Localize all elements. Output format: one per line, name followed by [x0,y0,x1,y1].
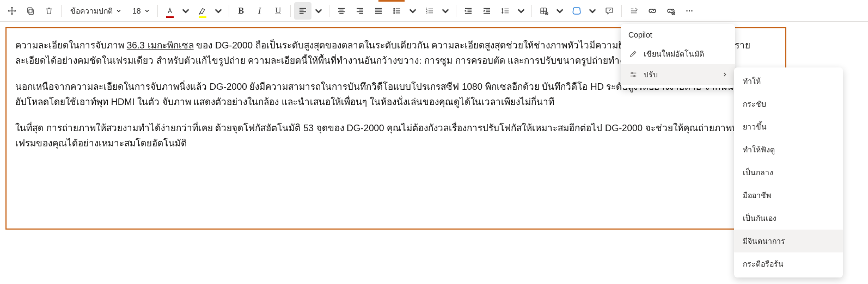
menu-item-rewrite[interactable]: เขียนใหม่อัตโนมัติ [621,44,735,64]
chevron-down-icon [441,6,450,16]
submenu-item-4[interactable]: เป็นกลาง [734,161,843,184]
font-color-more[interactable] [179,2,193,20]
separator [290,5,291,17]
text-run: ความละเอียดในการจับภาพ [15,40,127,51]
link-icon [647,6,657,16]
numbered-more[interactable] [438,2,453,20]
underline-button[interactable]: U [270,2,287,20]
line-spacing-icon [500,6,510,16]
numbered-list-button[interactable]: 123 [421,2,438,20]
ellipsis-icon [684,6,694,16]
italic-button[interactable]: I [251,2,268,20]
unlink-icon [666,6,676,16]
copilot-menu-title: Copilot [621,27,735,44]
svg-point-3 [393,10,394,11]
chevron-down-icon [555,6,565,16]
indent-decrease-button[interactable] [460,2,477,20]
text-run-underlined: 36.3 เมกะพิกเซล [127,40,194,51]
adjust-icon [628,70,638,79]
justify-icon [374,6,383,16]
align-more[interactable] [311,2,326,20]
chevron-down-icon [144,8,150,14]
align-center-icon [337,6,346,16]
svg-rect-0 [29,9,33,15]
comment-button[interactable] [601,2,618,20]
paragraph-3: ในที่สุด การถ่ายภาพให้สวยงามทำได้ง่ายกว่… [15,121,777,151]
submenu-label: มืออาชีพ [743,189,771,201]
highlight-more[interactable] [211,2,225,20]
table-icon [539,6,549,16]
menu-item-label: เขียนใหม่อัตโนมัติ [644,48,704,60]
indent-increase-icon [482,6,492,16]
text-style-dropdown[interactable]: ข้อความปกติ [65,2,126,20]
separator [456,5,456,17]
style-button[interactable] [625,2,643,20]
bold-button[interactable]: B [233,2,250,20]
unlink-button[interactable] [662,2,680,20]
menu-item-adjust[interactable]: ปรับ [621,64,735,85]
svg-point-13 [691,10,692,11]
submenu-item-8[interactable]: กระตือรือร้น [734,252,843,275]
chevron-down-icon [213,6,223,16]
submenu-label: ทำให้ฟังดู [743,144,775,156]
more-options-button[interactable] [681,2,698,20]
submenu-item-3[interactable]: ทำให้ฟังดู [734,138,843,161]
separator [329,5,329,17]
submenu-item-2[interactable]: ยาวขึ้น [734,115,843,138]
numbered-list-icon: 123 [425,6,435,16]
submenu-label: มีจินตนาการ [743,235,785,247]
line-spacing-more[interactable] [514,2,528,20]
submenu-item-1[interactable]: กระชับ [734,92,843,115]
separator [229,5,229,17]
link-button[interactable] [644,2,661,20]
copy-button[interactable] [22,2,39,20]
bullet-list-button[interactable] [388,2,406,20]
justify-button[interactable] [370,2,387,20]
highlight-swatch [199,16,206,18]
indent-increase-button[interactable] [478,2,496,20]
separator [157,5,158,17]
chevron-down-icon [116,8,121,14]
svg-point-15 [634,75,635,77]
delete-button[interactable] [40,2,58,20]
move-button[interactable] [3,2,21,20]
align-center-button[interactable] [333,2,350,20]
highlight-button[interactable] [194,2,211,20]
indent-decrease-icon [463,6,473,16]
bullet-more[interactable] [406,2,420,20]
submenu-item-6[interactable]: เป็นกันเอง [734,207,843,230]
font-color-swatch [166,16,174,18]
submenu-label: กระตือรือร้น [743,258,784,270]
copilot-more[interactable] [585,2,600,20]
chevron-down-icon [588,6,597,16]
highlight-icon [198,6,207,16]
copilot-button[interactable] [568,2,585,20]
font-color-icon [165,6,175,16]
align-left-icon [298,6,308,16]
svg-point-11 [686,10,687,11]
font-color-button[interactable] [161,2,179,20]
copilot-menu: Copilot เขียนใหม่อัตโนมัติ ปรับ [621,24,735,88]
comment-icon [604,6,614,16]
line-spacing-button[interactable] [497,2,514,20]
submenu-label: เป็นกลาง [743,166,773,178]
align-left-button[interactable] [294,2,311,20]
toolbar: ข้อความปกติ 18 B I U [0,0,868,22]
copilot-icon [572,6,582,16]
insert-table-button[interactable] [535,2,553,20]
adjust-submenu: ทำให้ กระชับ ยาวขึ้น ทำให้ฟังดู เป็นกลาง… [734,67,843,277]
submenu-item-7[interactable]: มีจินตนาการ [734,230,843,252]
separator [621,5,622,17]
chevron-right-icon [722,72,728,77]
separator [531,5,532,17]
submenu-label: ทำให้ [743,75,761,87]
submenu-item-5[interactable]: มืออาชีพ [734,184,843,207]
chevron-down-icon [181,6,191,16]
svg-point-14 [632,72,633,74]
submenu-item-0[interactable]: ทำให้ [734,70,843,92]
align-right-button[interactable] [351,2,369,20]
style-icon [629,6,639,16]
table-more[interactable] [553,2,567,20]
font-size-dropdown[interactable]: 18 [127,2,154,20]
chevron-down-icon [314,6,323,16]
